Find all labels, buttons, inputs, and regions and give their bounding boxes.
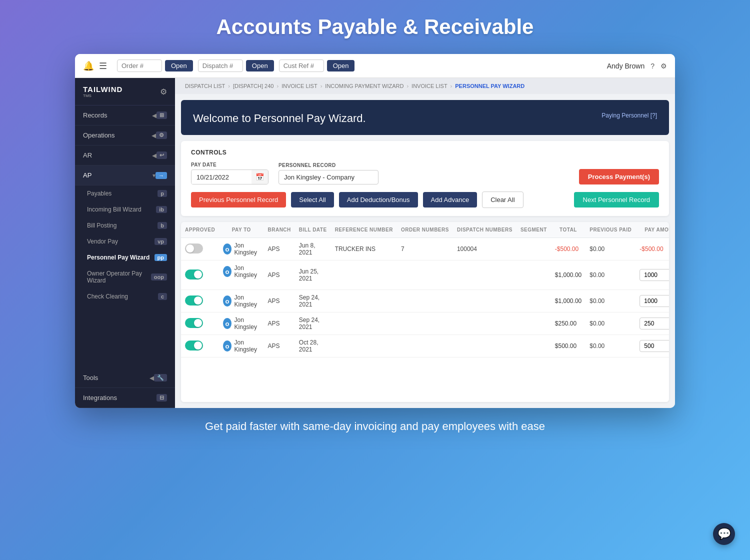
help-icon[interactable]: ? (650, 62, 654, 70)
sidebar-sub-item-owner-operator[interactable]: Owner Operator Pay Wizard oop (75, 266, 175, 288)
cell-pay-amount (636, 335, 669, 358)
cell-previous-paid: $0.00 (586, 260, 636, 290)
col-previous-paid: PREVIOUS PAID (586, 222, 636, 238)
order-search-input[interactable] (117, 60, 162, 72)
approved-toggle[interactable] (185, 244, 203, 254)
pay-amount-input[interactable] (640, 340, 669, 352)
welcome-title-plain: Welcome to (193, 112, 254, 124)
chevron-records-icon: ◀ (152, 112, 156, 119)
cell-previous-paid: $0.00 (586, 335, 636, 358)
bell-icon[interactable]: 🔔 (83, 60, 94, 72)
info-circle-button[interactable]: o (223, 266, 231, 277)
cell-order-numbers: 7 (397, 238, 453, 260)
cell-approved (181, 312, 219, 335)
menu-icon[interactable]: ☰ (99, 60, 107, 72)
cell-branch: APS (264, 335, 294, 358)
cell-dispatch-numbers (453, 335, 516, 358)
settings-circle-icon[interactable]: ⚙ (160, 87, 167, 96)
cell-pay-amount (636, 312, 669, 335)
sidebar-logo: TAILWIND TMS ⚙ (75, 78, 175, 106)
sidebar-sub-badge-personnel-pay: pp (154, 254, 167, 261)
breadcrumb-invoice-list-2[interactable]: INVOICE LIST (412, 83, 448, 89)
add-advance-button[interactable]: Add Advance (423, 192, 478, 208)
breadcrumb-dispatch-list[interactable]: DISPATCH LIST (185, 83, 225, 89)
top-bar-right: Andy Brown ? ⚙ (607, 62, 667, 70)
breadcrumb-invoice-list-1[interactable]: INVOICE LIST (282, 83, 318, 89)
sidebar-item-operations[interactable]: Operations ◀ ⚙ (75, 126, 175, 146)
info-circle-button[interactable]: o (223, 244, 231, 254)
welcome-text: Welcome to Personnel Pay Wizard. (193, 112, 366, 125)
table-row: oJon KingsleyAPSSep 24, 2021$250.00$0.00… (181, 312, 669, 335)
chat-button[interactable]: 💬 (713, 523, 735, 545)
breadcrumb-incoming-payment[interactable]: INCOMING PAYMENT WIZARD (325, 83, 404, 89)
next-personnel-button[interactable]: Next Personnel Record (574, 192, 659, 208)
info-circle-button[interactable]: o (223, 296, 231, 306)
pay-date-input[interactable] (192, 170, 252, 184)
sidebar-item-ar[interactable]: AR ◀ ↩ (75, 146, 175, 166)
sidebar-sub-item-payables[interactable]: Payables p (75, 186, 175, 202)
sidebar-sub-item-incoming-bill[interactable]: Incoming Bill Wizard ib (75, 202, 175, 218)
sidebar-sub-item-personnel-pay[interactable]: Personnel Pay Wizard pp (75, 250, 175, 266)
approved-toggle[interactable] (185, 340, 203, 350)
cell-segment (516, 290, 551, 312)
pay-to-name: Jon Kingsley (234, 294, 260, 308)
sidebar-item-tools[interactable]: Tools ◀ 🔧 (75, 368, 175, 388)
approved-toggle[interactable] (185, 270, 203, 280)
col-ref-number: REFERENCE NUMBER (331, 222, 397, 238)
sidebar-sub-badge-bill-posting: b (158, 222, 167, 229)
sidebar-sub-badge-owner-operator: oop (151, 274, 167, 280)
sidebar-sub-item-vendor-pay[interactable]: Vendor Pay vp (75, 234, 175, 250)
cell-pay-amount (636, 260, 669, 290)
custref-open-button[interactable]: Open (327, 60, 355, 72)
sidebar-item-ap[interactable]: AP ▾ → (75, 166, 175, 186)
cell-order-numbers (397, 335, 453, 358)
dispatch-search-input[interactable] (198, 60, 243, 72)
sidebar-item-records[interactable]: Records ◀ ⊞ (75, 106, 175, 126)
previous-personnel-button[interactable]: Previous Personnel Record (191, 192, 286, 208)
info-circle-button[interactable]: o (223, 318, 231, 329)
main-layout: TAILWIND TMS ⚙ Records ◀ ⊞ Operations ◀ … (75, 78, 675, 408)
cell-ref-number (331, 312, 397, 335)
col-total: TOTAL (551, 222, 586, 238)
cell-ref-number (331, 335, 397, 358)
chevron-tools-icon: ◀ (150, 374, 154, 382)
chevron-operations-icon: ◀ (152, 132, 156, 139)
sidebar-sub-label-incoming-bill: Incoming Bill Wizard (87, 206, 142, 213)
cell-pay-to: oJon Kingsley (219, 260, 264, 282)
col-segment: SEGMENT (516, 222, 551, 238)
approved-toggle[interactable] (185, 296, 203, 306)
cell-bill-date: Oct 28, 2021 (295, 335, 331, 358)
clear-all-button[interactable]: Clear All (482, 192, 523, 208)
col-bill-date: BILL DATE (295, 222, 331, 238)
controls-fields-row: PAY DATE 📅 PERSONNEL RECORD Process Paym… (191, 162, 659, 184)
pay-amount-input[interactable] (640, 318, 669, 330)
logo-text: TAILWIND (83, 85, 122, 94)
cell-pay-to: oJon Kingsley (219, 335, 264, 357)
pay-to-name: Jon Kingsley (234, 242, 260, 256)
top-bar: 🔔 ☰ Open Open Open Andy Brown ? ⚙ (75, 54, 675, 78)
dispatch-open-button[interactable]: Open (246, 60, 274, 72)
breadcrumb-dispatch-240[interactable]: [DISPATCH] 240 (233, 83, 274, 89)
cell-total: $500.00 (551, 335, 586, 358)
sidebar-item-integrations[interactable]: Integrations ⊟ (75, 388, 175, 408)
pay-amount-input[interactable] (640, 295, 669, 307)
table-container: APPROVED PAY TO BRANCH BILL DATE REFEREN… (181, 222, 669, 402)
info-circle-button[interactable]: o (223, 340, 231, 352)
cell-total: -$500.00 (551, 238, 586, 260)
calendar-icon[interactable]: 📅 (252, 170, 268, 184)
breadcrumb: DISPATCH LIST › [DISPATCH] 240 › INVOICE… (175, 78, 675, 94)
personnel-record-input[interactable] (278, 170, 378, 184)
process-payment-button[interactable]: Process Payment(s) (579, 169, 659, 184)
order-open-button[interactable]: Open (165, 60, 193, 72)
select-all-button[interactable]: Select All (291, 192, 334, 208)
sidebar-sub-label-owner-operator: Owner Operator Pay Wizard (87, 270, 151, 284)
pay-amount-input[interactable] (640, 269, 669, 281)
settings-icon[interactable]: ⚙ (660, 62, 667, 70)
add-deduction-button[interactable]: Add Deduction/Bonus (339, 192, 418, 208)
custref-search-input[interactable] (279, 60, 324, 72)
sidebar-badge-operations: ⚙ (156, 132, 167, 139)
approved-toggle[interactable] (185, 318, 203, 328)
pay-to-name: Jon Kingsley (234, 339, 260, 353)
sidebar-sub-item-check-clearing[interactable]: Check Clearing c (75, 288, 175, 304)
sidebar-sub-item-bill-posting[interactable]: Bill Posting b (75, 218, 175, 234)
